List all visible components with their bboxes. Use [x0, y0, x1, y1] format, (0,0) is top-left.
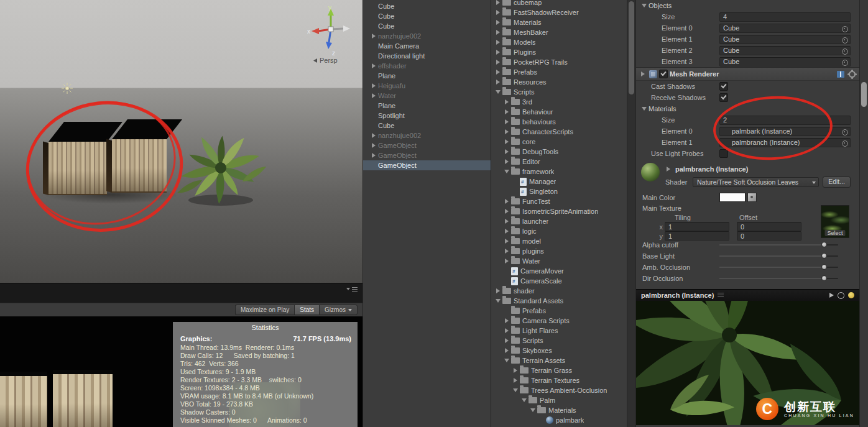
foldout-icon[interactable] — [495, 67, 502, 77]
project-item[interactable]: Terrain Textures — [491, 375, 627, 385]
hierarchy-item[interactable]: Plane — [363, 71, 491, 81]
project-item[interactable]: Light Flares — [491, 326, 627, 336]
project-item[interactable]: plugins — [491, 246, 627, 256]
foldout-icon[interactable] — [530, 405, 537, 415]
palm-bush[interactable] — [174, 131, 270, 208]
offset-x-field[interactable]: 0 — [737, 222, 801, 231]
project-item[interactable]: palmbark — [491, 415, 627, 425]
texture-thumbnail[interactable]: Select — [821, 205, 849, 238]
sun-gizmo-icon[interactable] — [62, 83, 73, 94]
project-item[interactable]: Scripts — [491, 87, 627, 97]
foldout-icon[interactable] — [504, 216, 511, 226]
gear-icon[interactable] — [849, 71, 856, 78]
project-item[interactable]: DebugTools — [491, 147, 627, 157]
project-item[interactable]: CharacterScripts — [491, 127, 627, 137]
foldout-icon[interactable] — [504, 256, 511, 266]
foldout-icon[interactable] — [504, 97, 511, 107]
drag-handle-icon[interactable] — [718, 293, 724, 298]
foldout-icon[interactable] — [495, 17, 502, 27]
foldout-icon[interactable] — [504, 346, 511, 356]
persp-toggle-icon[interactable] — [313, 58, 317, 63]
hierarchy-item[interactable]: nanzhujue002 — [363, 31, 491, 41]
hierarchy-item[interactable]: GameObject — [363, 150, 491, 160]
object-reference-field[interactable]: Cube — [719, 24, 851, 33]
foldout-icon[interactable] — [371, 31, 378, 41]
slider-track[interactable] — [719, 244, 838, 246]
persp-label[interactable]: Persp — [320, 57, 338, 64]
x-axis-cone[interactable] — [312, 28, 319, 34]
tiling-y-field[interactable]: 1 — [665, 231, 729, 241]
project-item[interactable]: model — [491, 236, 627, 246]
project-item[interactable]: Manager — [491, 177, 627, 186]
slider-track[interactable] — [719, 278, 838, 279]
slider-track[interactable] — [719, 267, 838, 268]
project-item[interactable]: shader — [491, 286, 627, 296]
foldout-icon[interactable] — [504, 226, 511, 236]
hierarchy-item[interactable]: GameObject — [363, 160, 491, 170]
project-item[interactable]: Materials — [491, 405, 627, 415]
project-item[interactable]: CameraScale — [491, 276, 627, 286]
color-swatch[interactable] — [719, 193, 746, 202]
foldout-icon[interactable] — [504, 336, 511, 346]
foldout-icon[interactable] — [504, 196, 511, 206]
project-item[interactable]: Trees Ambient-Occlusion — [491, 385, 627, 395]
objects-foldout[interactable]: Objects — [636, 0, 859, 11]
foldout-icon[interactable] — [641, 1, 649, 11]
foldout-icon[interactable] — [512, 365, 520, 375]
scene-orientation-gizmo[interactable]: y x z Persp — [307, 4, 357, 65]
project-item[interactable]: core — [491, 137, 627, 147]
offset-y-field[interactable]: 0 — [737, 231, 801, 241]
foldout-icon[interactable] — [512, 385, 520, 395]
material-preview-header[interactable]: palmbranch (Instance) — [636, 289, 859, 301]
z-axis-cone[interactable] — [326, 42, 332, 49]
object-reference-field[interactable]: Cube — [719, 57, 851, 67]
hierarchy-item[interactable]: Directional light — [363, 51, 491, 61]
scene-view[interactable]: y x z Persp — [0, 0, 362, 283]
project-item[interactable]: Plugins — [491, 47, 627, 57]
foldout-icon[interactable] — [495, 0, 502, 7]
object-picker-icon[interactable] — [842, 140, 848, 147]
foldout-icon[interactable] — [504, 107, 511, 117]
hierarchy-item[interactable]: nanzhujue002 — [363, 131, 491, 140]
materials-foldout[interactable]: Materials — [636, 103, 859, 114]
object-reference-field[interactable]: Cube — [719, 46, 851, 55]
hierarchy-item[interactable]: Cube — [363, 21, 491, 31]
foldout-icon[interactable] — [371, 91, 378, 101]
foldout-icon[interactable] — [495, 296, 502, 306]
hierarchy-item[interactable]: GameObject — [363, 140, 491, 150]
project-item[interactable]: Palm — [491, 395, 627, 405]
foldout-icon[interactable] — [504, 356, 511, 365]
object-picker-icon[interactable] — [842, 129, 848, 135]
hierarchy-item[interactable]: Main Camera — [363, 41, 491, 51]
hierarchy-item[interactable]: Heiguafu — [363, 81, 491, 91]
foldout-icon[interactable] — [371, 81, 378, 91]
hierarchy-item[interactable]: Cube — [363, 1, 491, 11]
scrollbar-thumb[interactable] — [629, 1, 634, 94]
project-item[interactable]: FuncTest — [491, 196, 627, 206]
project-item[interactable]: cubemap — [491, 0, 627, 7]
project-item[interactable]: Prefabs — [491, 306, 627, 316]
foldout-icon[interactable] — [504, 236, 511, 246]
project-item[interactable]: Singleton — [491, 186, 627, 196]
stats-button[interactable]: Stats — [294, 305, 319, 315]
object-picker-icon[interactable] — [842, 26, 848, 32]
material-preview-area[interactable]: 创新互联 CHUANG XIN HU LIAN — [636, 301, 859, 425]
hierarchy-item[interactable]: Plane — [363, 101, 491, 111]
project-item[interactable]: Prefabs — [491, 67, 627, 77]
game-view[interactable]: Statistics Graphics: 71.7 FPS (13.9ms) M… — [0, 316, 362, 427]
color-picker-icon[interactable] — [747, 193, 757, 202]
project-item[interactable]: Skyboxes — [491, 346, 627, 356]
hierarchy-item[interactable]: Cube — [363, 121, 491, 131]
foldout-icon[interactable] — [371, 131, 378, 140]
foldout-icon[interactable] — [371, 140, 378, 150]
cast-shadows-checkbox[interactable] — [719, 82, 728, 91]
slider-knob[interactable] — [821, 253, 827, 259]
component-enabled-checkbox[interactable] — [659, 70, 668, 78]
foldout-icon[interactable] — [495, 286, 502, 296]
foldout-icon[interactable] — [495, 77, 502, 87]
project-item[interactable]: Water — [491, 256, 627, 266]
preview-mesh-icon[interactable] — [838, 292, 844, 299]
foldout-icon[interactable] — [504, 246, 511, 256]
materials-size-field[interactable]: 2 — [719, 116, 851, 125]
object-picker-icon[interactable] — [842, 48, 848, 55]
